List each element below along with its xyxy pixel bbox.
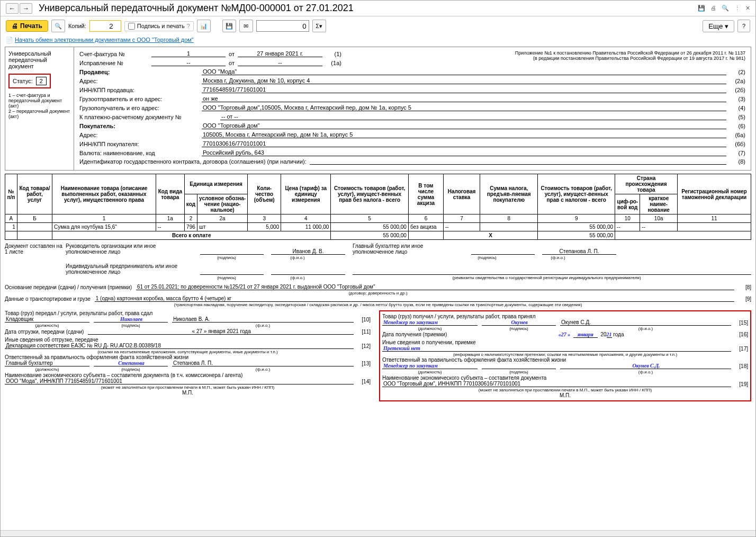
spreadsheet-button[interactable]: 📊 bbox=[197, 20, 211, 32]
print-button[interactable]: 🖨 Печать bbox=[6, 20, 48, 32]
table-row: 1 Сумка для ноутбука 15,6"-- 796шт 5,000… bbox=[5, 223, 751, 231]
edo-link[interactable]: Начать обмен электронными документами с … bbox=[15, 37, 194, 43]
status-value: 2 bbox=[36, 77, 47, 85]
toolbar: 🖨 Печать 🔍 Копий: Подпись и печать ? 📊 💾… bbox=[1, 16, 755, 35]
close-icon[interactable]: ✕ bbox=[745, 5, 750, 12]
save2-button[interactable]: 💾 bbox=[222, 20, 236, 32]
horizontal-scrollbar[interactable] bbox=[1, 530, 755, 536]
receive-block: Товар (груз) получил / услуги, результат… bbox=[379, 310, 751, 401]
kebab-icon[interactable]: ⋮ bbox=[734, 5, 740, 12]
sign-print-checkbox[interactable] bbox=[128, 23, 135, 30]
save-icon[interactable]: 💾 bbox=[698, 5, 705, 12]
help-button[interactable]: ? bbox=[737, 20, 750, 32]
sign-print-toggle[interactable]: Подпись и печать ? bbox=[124, 21, 194, 31]
window-title: Универсальный передаточный документ №МД0… bbox=[39, 3, 698, 14]
copies-label: Копий: bbox=[68, 23, 86, 29]
document-content: Универсальныйпередаточныйдокумент Статус… bbox=[1, 47, 755, 530]
more-button[interactable]: Еще ▾ bbox=[703, 20, 734, 32]
titlebar: ← → Универсальный передаточный документ … bbox=[1, 1, 755, 16]
print-icon[interactable]: 🖨 bbox=[710, 5, 716, 12]
status-box: Статус: 2 bbox=[8, 74, 51, 88]
status-legend: 1 – счет-фактура и передаточный документ… bbox=[8, 93, 70, 119]
items-table: № п/пКод товара/ работ, услуг Наименован… bbox=[5, 174, 751, 240]
copies-input[interactable] bbox=[89, 20, 121, 32]
sigma-button[interactable]: Σ▾ bbox=[312, 20, 326, 32]
search-icon[interactable]: 🔍 bbox=[722, 5, 729, 12]
number-input[interactable] bbox=[256, 20, 309, 32]
preview-button[interactable]: 🔍 bbox=[51, 20, 65, 32]
left-column: Универсальныйпередаточныйдокумент Статус… bbox=[5, 47, 74, 170]
forward-button[interactable]: → bbox=[20, 3, 32, 14]
transfer-block: Товар (груз) передал / услуги, результат… bbox=[5, 310, 371, 401]
back-button[interactable]: ← bbox=[6, 3, 19, 14]
linkbar: 📄 Начать обмен электронными документами … bbox=[1, 35, 755, 47]
mail-button[interactable]: ✉ bbox=[239, 20, 253, 32]
